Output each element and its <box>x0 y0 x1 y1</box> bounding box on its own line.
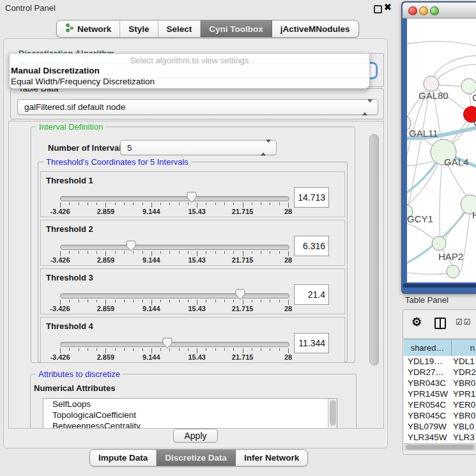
settings-gear-icon[interactable]: ⚙ <box>411 315 422 329</box>
zoom-traffic-light-icon[interactable] <box>430 6 439 15</box>
threshold-value-field[interactable] <box>294 333 329 353</box>
major-tick <box>60 300 61 305</box>
tab-select[interactable]: Select <box>158 20 201 37</box>
close-traffic-light-icon[interactable] <box>408 6 417 15</box>
num-intervals-combobox[interactable]: 5 <box>120 140 277 155</box>
tick-label: 2.859 <box>86 353 125 361</box>
threshold-value-field[interactable] <box>294 284 329 305</box>
network-graph[interactable]: GAL80 G C GAL11 GAL4 GCY1 H HAP2 <box>407 19 476 282</box>
tick-label: 9.144 <box>132 208 171 215</box>
slider-thumb-icon[interactable] <box>187 192 197 203</box>
major-tick <box>288 203 289 208</box>
column-header-name[interactable]: n <box>452 339 476 356</box>
attributes-scrollbar-thumb[interactable] <box>330 400 336 426</box>
column-header-shared-name[interactable]: shared… <box>404 339 452 356</box>
table-row[interactable]: YPR145WYPR1 <box>404 388 476 399</box>
minor-tick <box>169 300 170 302</box>
settings-scrollbar-thumb[interactable] <box>369 134 379 365</box>
node-label: G <box>472 92 476 103</box>
dropdown-option-manual[interactable]: Manual Discretization <box>11 66 100 75</box>
cell-name: YDR2 <box>453 367 476 377</box>
table-row[interactable]: YDR27…YDR2 <box>404 367 476 378</box>
cell-name: YBR0 <box>453 411 476 420</box>
table-row[interactable]: YBR045CYBR0 <box>404 410 476 421</box>
split-columns-icon[interactable] <box>434 318 446 329</box>
dropdown-option-equal-width[interactable]: Equal Width/Frequency Discretization <box>11 77 155 86</box>
threshold-value-field[interactable] <box>294 236 329 256</box>
minor-tick <box>279 300 280 302</box>
network-icon <box>65 23 74 35</box>
minor-tick <box>179 203 180 205</box>
slider-track[interactable] <box>60 342 289 347</box>
tab-impute-data[interactable]: Impute Data <box>90 450 157 466</box>
minor-tick <box>279 203 280 205</box>
tab-style[interactable]: Style <box>120 20 158 37</box>
apply-button[interactable]: Apply <box>173 429 218 443</box>
minor-tick <box>79 251 79 254</box>
attribute-item[interactable]: TopologicalCoefficient <box>43 410 337 420</box>
tab-jactivemnodules[interactable]: jActiveMNodules <box>272 20 358 37</box>
minor-tick <box>142 251 143 254</box>
interval-definition-group: Interval Definition Number of Intervals … <box>31 127 355 363</box>
slider-thumb-icon[interactable] <box>126 240 136 252</box>
table-row[interactable]: YBL079WYBL0 <box>404 421 476 432</box>
tab-cyni-toolbox[interactable]: Cyni Toolbox <box>201 20 272 37</box>
slider-track[interactable] <box>60 245 289 250</box>
interval-definition-title: Interval Definition <box>36 122 105 132</box>
table-row[interactable]: YDL19…YDL1 <box>404 356 476 367</box>
cell-shared-name: YBL079W <box>404 422 453 431</box>
tab-infer-network[interactable]: Infer Network <box>236 450 307 466</box>
minor-tick <box>79 348 79 351</box>
minimize-traffic-light-icon[interactable] <box>419 6 428 15</box>
tab-label: Discretize Data <box>165 453 227 463</box>
close-icon[interactable]: ✖ <box>384 2 392 12</box>
table-row[interactable]: YER054CYER0 <box>404 399 476 410</box>
tab-label: Select <box>167 24 192 34</box>
node[interactable] <box>447 265 459 278</box>
tick-label: 2.859 <box>86 256 125 264</box>
minor-tick <box>215 348 216 351</box>
slider-track[interactable] <box>60 196 289 201</box>
minor-tick <box>69 203 70 205</box>
table-panel: ⚙ ☑☑ shared… n YDL19…YDL1YDR27…YDR2YBR04… <box>403 309 476 455</box>
tab-discretize-data[interactable]: Discretize Data <box>157 450 236 466</box>
tab-network[interactable]: Network <box>57 20 120 37</box>
cell-name: YBL0 <box>453 422 476 431</box>
minor-tick <box>96 251 97 254</box>
major-tick <box>288 251 289 256</box>
major-tick <box>197 300 197 305</box>
node-hap2[interactable] <box>432 236 446 250</box>
minor-tick <box>88 203 88 205</box>
float-window-icon[interactable] <box>374 5 382 13</box>
threshold-panel: Threshold 3 -3.4262.8599.14415.4321.7152… <box>40 268 345 314</box>
tick-label: 2.859 <box>86 208 125 215</box>
major-tick <box>105 348 106 353</box>
minor-tick <box>188 300 188 302</box>
major-tick <box>197 251 197 256</box>
node-gal80[interactable] <box>424 76 439 91</box>
table-row[interactable]: YLR345WYLR3 <box>404 432 476 443</box>
minor-tick <box>160 251 161 254</box>
slider-thumb-icon[interactable] <box>235 289 245 300</box>
threshold-value-field[interactable] <box>294 187 329 208</box>
minor-tick <box>96 300 97 302</box>
attribute-item[interactable]: BetweennessCentrality <box>43 420 337 429</box>
table-hscrollbar-thumb[interactable] <box>406 445 474 450</box>
node-label: GAL80 <box>418 90 449 101</box>
minor-tick <box>179 348 180 351</box>
minor-tick <box>233 348 234 351</box>
attributes-scrollbar[interactable] <box>328 399 337 429</box>
major-tick <box>60 348 61 353</box>
table-hscrollbar[interactable] <box>404 443 476 451</box>
attributes-group-title: Attributes to discretize <box>36 369 123 379</box>
attribute-item[interactable]: SelfLoops <box>43 399 337 410</box>
minor-tick <box>270 300 270 302</box>
slider-track[interactable] <box>60 293 289 298</box>
table-data-combobox[interactable]: galFiltered.sif default node <box>17 99 378 115</box>
minor-tick <box>133 251 134 254</box>
table-row[interactable]: YBR043CYBR0 <box>404 378 476 388</box>
slider-thumb-icon[interactable] <box>162 337 173 349</box>
network-window-titlebar[interactable] <box>403 3 476 19</box>
select-columns-icon[interactable]: ☑☑ <box>456 318 472 326</box>
network-view[interactable]: GAL80 G C GAL11 GAL4 GCY1 H HAP2 <box>407 19 476 282</box>
